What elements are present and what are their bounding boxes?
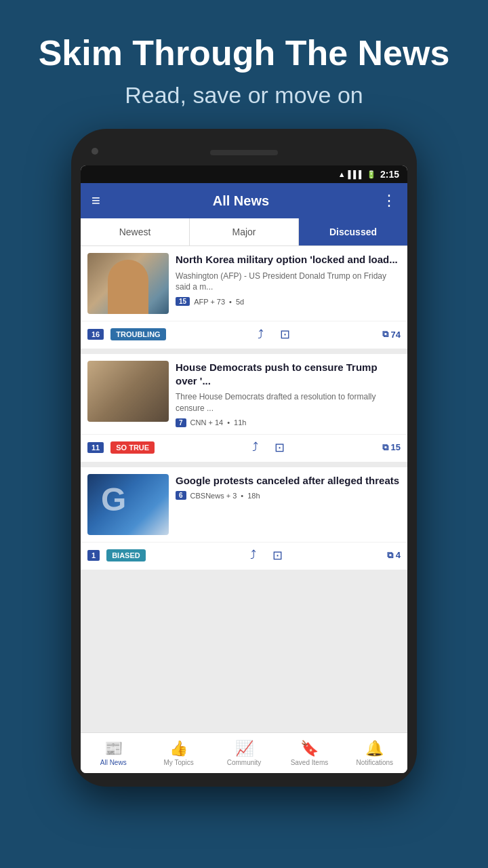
phone-frame: ▲ ▌▌▌ 🔋 2:15 ≡ All News ⋮ Newest Major D… [71,129,417,787]
reaction-count-1: 16 [87,329,104,340]
reaction-label-1[interactable]: TROUBLING [110,328,165,340]
comment-icon-1: ⧉ [382,329,388,340]
share-button-3[interactable]: ⤴ [245,547,262,564]
status-time: 2:15 [380,169,399,180]
share-button-1[interactable]: ⤴ [252,326,269,343]
nav-label-my-topics: My Topics [163,759,193,766]
comment-num-1: 74 [391,330,401,340]
nav-label-saved-items: Saved Items [291,759,329,766]
news-title-3: Google protests canceled after alleged t… [176,474,401,488]
comment-count-2[interactable]: ⧉ 15 [382,442,401,453]
news-card-3[interactable]: Google protests canceled after alleged t… [81,467,407,570]
source-badge-2: 7 [176,418,186,427]
news-card-content-2: House Democrats push to censure Trump ov… [81,354,407,434]
news-thumbnail-3 [87,474,169,535]
news-meta-3: 6 CBSNews + 3 • 18h [176,491,401,500]
notifications-icon: 🔔 [365,740,384,757]
community-icon: 📈 [235,740,253,757]
nav-item-my-topics[interactable]: 👍 My Topics [146,733,211,773]
news-meta-1: 15 AFP + 73 • 5d [176,297,401,306]
dot-2: • [227,418,230,427]
share-button-2[interactable]: ⤴ [247,439,264,456]
nav-item-saved-items[interactable]: 🔖 Saved Items [277,733,342,773]
header-title: All News [213,193,269,209]
tab-major[interactable]: Major [190,218,299,245]
source-badge-3: 6 [176,491,186,500]
news-card-2[interactable]: House Democrats push to censure Trump ov… [81,354,407,462]
phone-screen: ▲ ▌▌▌ 🔋 2:15 ≡ All News ⋮ Newest Major D… [81,165,407,773]
nav-label-notifications: Notifications [357,759,393,766]
signal-icon: ▌▌▌ [348,170,364,178]
nav-item-community[interactable]: 📈 Community [211,733,277,773]
news-card-1[interactable]: North Korea military option 'locked and … [81,246,407,349]
status-bar: ▲ ▌▌▌ 🔋 2:15 [81,165,407,183]
dot-1: • [229,298,232,306]
news-title-1: North Korea military option 'locked and … [176,253,401,267]
news-actions-3: 1 BIASED ⤴ ⊡ ⧉ 4 [81,542,407,570]
news-summary-1: Washington (AFP) - US President Donald T… [176,271,401,294]
nav-item-notifications[interactable]: 🔔 Notifications [342,733,407,773]
news-age-2: 11h [234,418,246,427]
reaction-count-3: 1 [87,550,100,561]
phone-speaker [210,150,278,155]
app-header: ≡ All News ⋮ [81,183,407,218]
hero-title: Skim Through The News [27,34,461,73]
reaction-count-2: 11 [87,442,104,453]
news-thumbnail-2 [87,361,169,422]
reaction-label-2[interactable]: SO TRUE [110,441,155,454]
comment-num-3: 4 [396,550,401,560]
news-actions-2: 11 SO TRUE ⤴ ⊡ ⧉ 15 [81,434,407,462]
battery-icon: 🔋 [367,170,376,179]
news-body-3: Google protests canceled after alleged t… [176,474,401,535]
status-icons: ▲ ▌▌▌ 🔋 [338,170,376,179]
comment-icon-3: ⧉ [387,550,393,561]
comment-count-3[interactable]: ⧉ 4 [387,550,401,561]
news-age-3: 18h [247,492,260,500]
news-title-2: House Democrats push to censure Trump ov… [176,361,401,387]
wifi-icon: ▲ [338,170,346,178]
news-list: North Korea military option 'locked and … [81,246,407,732]
comment-num-2: 15 [391,442,401,452]
phone-notch [81,142,407,163]
tabs-bar: Newest Major Discussed [81,218,407,246]
news-meta-2: 7 CNN + 14 • 11h [176,418,401,427]
tab-discussed[interactable]: Discussed [299,218,407,245]
reaction-label-3[interactable]: BIASED [106,549,146,561]
news-card-content-1: North Korea military option 'locked and … [81,246,407,321]
hero-subtitle: Read, save or move on [27,82,461,108]
more-options-icon[interactable]: ⋮ [382,192,396,210]
news-body-1: North Korea military option 'locked and … [176,253,401,314]
comment-icon-2: ⧉ [382,442,388,453]
nav-label-community: Community [227,759,262,766]
news-card-content-3: Google protests canceled after alleged t… [81,467,407,542]
bookmark-button-2[interactable]: ⊡ [269,439,290,456]
hero-section: Skim Through The News Read, save or move… [0,0,488,129]
bookmark-button-3[interactable]: ⊡ [267,547,288,564]
news-actions-1: 16 TROUBLING ⤴ ⊡ ⧉ 74 [81,321,407,349]
news-body-2: House Democrats push to censure Trump ov… [176,361,401,427]
news-summary-2: Three House Democrats drafted a resoluti… [176,391,401,414]
news-thumbnail-1 [87,253,169,314]
bookmark-button-1[interactable]: ⊡ [274,326,296,343]
dot-3: • [241,492,243,500]
all-news-icon: 📰 [104,740,123,757]
nav-label-all-news: All News [100,759,127,766]
comment-count-1[interactable]: ⧉ 74 [382,329,401,340]
news-age-1: 5d [236,298,244,306]
nav-item-all-news[interactable]: 📰 All News [81,733,146,773]
source-badge-1: 15 [176,297,190,306]
hamburger-menu-icon[interactable]: ≡ [92,192,100,210]
news-source-2: CNN + 14 [190,418,224,427]
news-source-3: CBSNews + 3 [190,492,237,500]
news-source-1: AFP + 73 [194,298,225,306]
my-topics-icon: 👍 [169,740,188,757]
bottom-nav: 📰 All News 👍 My Topics 📈 Community 🔖 Sav… [81,732,407,773]
tab-newest[interactable]: Newest [81,218,190,245]
saved-items-icon: 🔖 [300,740,319,757]
